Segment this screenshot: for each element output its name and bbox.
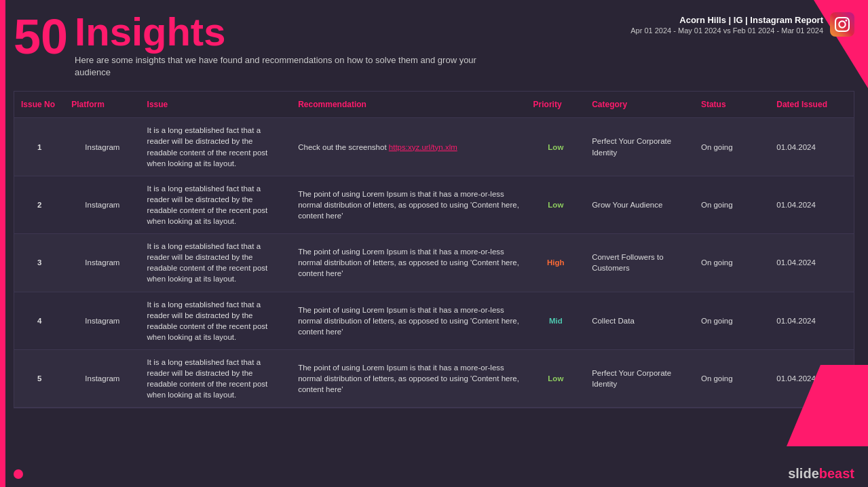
table-row: 1InstagramIt is a long established fact … bbox=[14, 118, 854, 176]
page-title: Insights bbox=[75, 12, 482, 52]
cell-issue-no: 3 bbox=[14, 234, 64, 292]
cell-category: Perfect Your Corporate Identity bbox=[585, 349, 694, 407]
col-header-issue: Issue bbox=[140, 92, 292, 118]
report-info: Acorn Hills | IG | Instagram Report Apr … bbox=[630, 15, 823, 35]
cell-issue-no: 1 bbox=[14, 118, 64, 176]
cell-recommendation: The point of using Lorem Ipsum is that i… bbox=[291, 349, 526, 407]
page-header: 50 Insights Here are some insights that … bbox=[0, 0, 868, 85]
col-header-platform: Platform bbox=[64, 92, 140, 118]
cell-status: On going bbox=[694, 349, 770, 407]
cell-issue-no: 4 bbox=[14, 292, 64, 349]
logo-slide-text: slide bbox=[788, 466, 819, 481]
page-footer: slidebeast bbox=[14, 466, 854, 482]
cell-platform: Instagram bbox=[64, 292, 140, 349]
cell-priority: Low bbox=[527, 118, 586, 176]
instagram-icon bbox=[830, 12, 854, 37]
cell-category: Collect Data bbox=[585, 292, 694, 349]
table-row: 4InstagramIt is a long established fact … bbox=[14, 292, 854, 349]
cell-status: On going bbox=[694, 234, 770, 292]
header-left: 50 Insights Here are some insights that … bbox=[14, 12, 482, 79]
cell-dated-issued: 01.04.2024 bbox=[770, 234, 854, 292]
report-date: Apr 01 2024 - May 01 2024 vs Feb 01 2024… bbox=[630, 26, 823, 35]
cell-dated-issued: 01.04.2024 bbox=[770, 118, 854, 176]
col-header-status: Status bbox=[694, 92, 770, 118]
cell-recommendation: The point of using Lorem Ipsum is that i… bbox=[291, 234, 526, 292]
cell-platform: Instagram bbox=[64, 118, 140, 176]
cell-recommendation: The point of using Lorem Ipsum is that i… bbox=[291, 292, 526, 349]
bottom-right-triangle bbox=[787, 365, 820, 446]
slidebeast-logo: slidebeast bbox=[788, 466, 854, 482]
cell-status: On going bbox=[694, 292, 770, 349]
cell-priority: Low bbox=[527, 349, 586, 407]
report-title: Acorn Hills | IG | Instagram Report bbox=[630, 15, 823, 25]
title-block: Insights Here are some insights that we … bbox=[75, 12, 482, 79]
cell-issue: It is a long established fact that a rea… bbox=[140, 234, 292, 292]
col-header-priority: Priority bbox=[527, 92, 586, 118]
cell-priority: High bbox=[527, 234, 586, 292]
table-row: 3InstagramIt is a long established fact … bbox=[14, 234, 854, 292]
recommendation-link[interactable]: https:xyz.url/tyn.xlm bbox=[389, 143, 457, 151]
cell-issue: It is a long established fact that a rea… bbox=[140, 118, 292, 176]
cell-status: On going bbox=[694, 176, 770, 233]
cell-category: Grow Your Audience bbox=[585, 176, 694, 233]
cell-issue-no: 5 bbox=[14, 349, 64, 407]
table-row: 5InstagramIt is a long established fact … bbox=[14, 349, 854, 407]
logo-beast-text: beast bbox=[819, 466, 854, 481]
cell-issue: It is a long established fact that a rea… bbox=[140, 349, 292, 407]
cell-category: Perfect Your Corporate Identity bbox=[585, 118, 694, 176]
insights-table-container: Issue No Platform Issue Recommendation P… bbox=[14, 91, 854, 408]
cell-recommendation: The point of using Lorem Ipsum is that i… bbox=[291, 176, 526, 233]
col-header-issue-no: Issue No bbox=[14, 92, 64, 118]
cell-recommendation: Check out the screenshot https:xyz.url/t… bbox=[291, 118, 526, 176]
header-right: Acorn Hills | IG | Instagram Report Apr … bbox=[630, 12, 854, 37]
cell-status: On going bbox=[694, 118, 770, 176]
col-header-recommendation: Recommendation bbox=[291, 92, 526, 118]
col-header-category: Category bbox=[585, 92, 694, 118]
footer-dot bbox=[14, 469, 23, 479]
cell-platform: Instagram bbox=[64, 349, 140, 407]
insight-count: 50 bbox=[14, 12, 68, 61]
cell-issue: It is a long established fact that a rea… bbox=[140, 292, 292, 349]
cell-issue-no: 2 bbox=[14, 176, 64, 233]
bottom-right-block bbox=[820, 365, 868, 446]
cell-priority: Low bbox=[527, 176, 586, 233]
col-header-dated-issued: Dated Issued bbox=[770, 92, 854, 118]
table-header-row: Issue No Platform Issue Recommendation P… bbox=[14, 92, 854, 118]
cell-category: Convert Followers to Customers bbox=[585, 234, 694, 292]
cell-priority: Mid bbox=[527, 292, 586, 349]
insights-table: Issue No Platform Issue Recommendation P… bbox=[14, 92, 854, 408]
cell-dated-issued: 01.04.2024 bbox=[770, 292, 854, 349]
cell-platform: Instagram bbox=[64, 234, 140, 292]
page-subtitle: Here are some insights that we have foun… bbox=[75, 54, 482, 79]
cell-issue: It is a long established fact that a rea… bbox=[140, 176, 292, 233]
table-row: 2InstagramIt is a long established fact … bbox=[14, 176, 854, 233]
cell-platform: Instagram bbox=[64, 176, 140, 233]
cell-dated-issued: 01.04.2024 bbox=[770, 176, 854, 233]
